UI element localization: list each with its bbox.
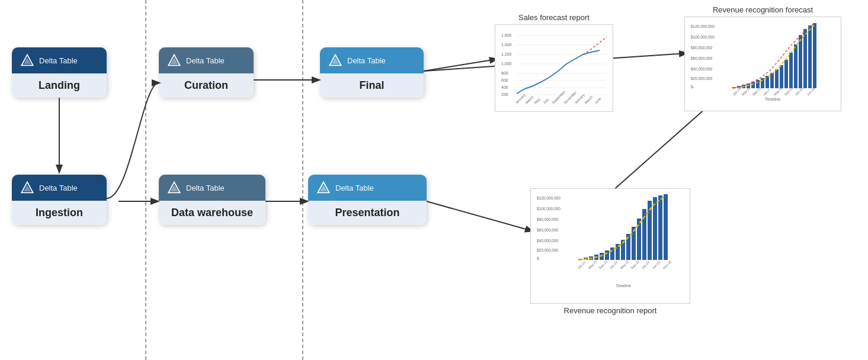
svg-text:June: June — [594, 97, 602, 105]
svg-text:Jan-2: Jan-2 — [762, 88, 770, 97]
node-final-label: Final — [320, 73, 424, 98]
chart-revenue-forecast-title: Revenue recognition forecast — [684, 5, 841, 14]
node-datawarehouse-header: Delta Table — [159, 175, 265, 201]
divider-2 — [302, 0, 303, 360]
svg-text:May-21: May-21 — [587, 259, 597, 269]
svg-text:$20,000,000: $20,000,000 — [537, 248, 559, 252]
node-presentation: Delta Table Presentation — [308, 175, 427, 225]
node-final-header-text: Delta Table — [347, 56, 386, 65]
svg-text:March: March — [524, 95, 534, 105]
svg-rect-99 — [637, 218, 641, 260]
svg-rect-66 — [794, 44, 797, 88]
node-curation-header-text: Delta Table — [186, 56, 225, 65]
svg-text:Jun-23: Jun-23 — [651, 261, 661, 270]
node-final-header: Delta Table — [320, 47, 424, 73]
svg-rect-63 — [780, 65, 783, 88]
svg-rect-70 — [813, 23, 816, 88]
svg-text:1,400: 1,400 — [501, 43, 512, 47]
svg-rect-59 — [761, 78, 764, 88]
svg-text:$20,000,000: $20,000,000 — [691, 76, 713, 81]
diagram-container: Delta Table Landing Delta Table Ingestio… — [0, 0, 868, 360]
svg-text:$60,000,000: $60,000,000 — [537, 228, 559, 232]
svg-rect-65 — [789, 53, 793, 88]
node-landing-header: Delta Table — [12, 47, 107, 73]
node-datawarehouse-header-text: Delta Table — [186, 184, 225, 192]
node-presentation-label: Presentation — [308, 201, 427, 225]
node-curation-header: Delta Table — [159, 47, 254, 73]
svg-text:1,000: 1,000 — [501, 62, 512, 66]
svg-text:May-22: May-22 — [619, 259, 629, 269]
svg-text:200: 200 — [501, 92, 508, 97]
svg-line-18 — [427, 201, 532, 231]
svg-text:1,600: 1,600 — [501, 33, 512, 37]
node-ingestion-header: Delta Table — [12, 175, 107, 201]
svg-text:$40,000,000: $40,000,000 — [691, 67, 713, 71]
svg-text:$40,000,000: $40,000,000 — [537, 239, 559, 243]
svg-text:$60,000,000: $60,000,000 — [691, 56, 713, 60]
svg-text:$120,000,000: $120,000,000 — [691, 24, 715, 28]
svg-text:$80,000,000: $80,000,000 — [537, 217, 559, 221]
svg-text:Jan-23: Jan-23 — [640, 261, 650, 270]
svg-text:July: July — [542, 98, 549, 105]
chart-sales-forecast-title: Sales forecast report — [495, 13, 613, 22]
svg-text:Jan-22: Jan-22 — [608, 261, 618, 270]
svg-text:Timeline: Timeline — [765, 97, 780, 101]
svg-text:$80,000,000: $80,000,000 — [691, 46, 713, 50]
svg-text:$100,000,000: $100,000,000 — [691, 35, 715, 39]
svg-rect-68 — [803, 29, 807, 88]
node-presentation-header: Delta Table — [308, 175, 427, 201]
node-datawarehouse-label: Data warehouse — [159, 201, 265, 225]
svg-text:800: 800 — [501, 71, 508, 75]
node-landing-label: Landing — [12, 73, 107, 98]
svg-text:600: 600 — [501, 78, 508, 82]
chart-revenue-forecast: Revenue recognition forecast $120,000,00… — [684, 3, 841, 111]
chart-revenue-report: $120,000,000 $100,000,000 $80,000,000 $6… — [530, 188, 690, 315]
node-ingestion-header-text: Delta Table — [39, 184, 78, 192]
svg-text:Jan-21: Jan-21 — [576, 261, 586, 270]
node-ingestion-label: Ingestion — [12, 201, 107, 225]
svg-text:March: March — [584, 95, 593, 105]
svg-rect-62 — [775, 69, 779, 88]
svg-line-19 — [607, 104, 711, 195]
node-presentation-header-text: Delta Table — [335, 184, 374, 192]
svg-text:1,200: 1,200 — [501, 52, 512, 56]
node-landing: Delta Table Landing — [12, 47, 107, 98]
svg-text:May: May — [533, 97, 540, 104]
svg-rect-102 — [653, 197, 657, 260]
svg-text:Sep-21: Sep-21 — [598, 260, 608, 270]
node-ingestion: Delta Table Ingestion — [12, 175, 107, 225]
node-datawarehouse: Delta Table Data warehouse — [159, 175, 265, 225]
svg-text:$-: $- — [537, 256, 540, 261]
svg-text:$100,000,000: $100,000,000 — [537, 207, 560, 211]
svg-rect-103 — [658, 195, 662, 260]
node-curation-label: Curation — [159, 73, 254, 98]
divider-1 — [145, 0, 146, 360]
svg-rect-69 — [808, 25, 812, 88]
svg-rect-61 — [770, 73, 774, 88]
svg-text:$-: $- — [691, 85, 694, 89]
svg-text:Timeline: Timeline — [616, 284, 631, 288]
svg-rect-104 — [664, 194, 668, 260]
svg-text:Nov-23: Nov-23 — [662, 260, 672, 270]
node-landing-header-text: Delta Table — [39, 56, 78, 65]
svg-text:400: 400 — [501, 85, 508, 89]
svg-rect-93 — [605, 250, 609, 260]
svg-rect-67 — [799, 35, 802, 88]
chart-revenue-report-title: Revenue recognition report — [530, 306, 690, 315]
svg-text:$120,000,000: $120,000,000 — [537, 196, 560, 200]
svg-line-16 — [424, 59, 497, 71]
node-final: Delta Table Final — [320, 47, 424, 98]
chart-sales-forecast: Sales forecast report 1,600 1,400 1,200 … — [495, 11, 613, 112]
node-curation: Delta Table Curation — [159, 47, 254, 98]
svg-text:Sep-22: Sep-22 — [630, 260, 640, 270]
svg-rect-64 — [784, 60, 788, 88]
